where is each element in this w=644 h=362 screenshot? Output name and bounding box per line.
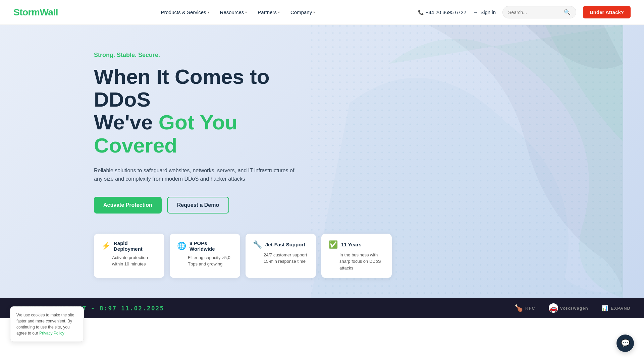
main-nav: Products & Services ▾ Resources ▾ Partne…	[161, 9, 315, 15]
feature-title: Jet-Fast Support	[265, 242, 305, 247]
feature-card-support: 🔧 Jet-Fast Support 24/7 customer support…	[246, 234, 316, 278]
feature-card-header: 🔧 Jet-Fast Support	[253, 240, 309, 249]
request-demo-button[interactable]: Request a Demo	[167, 197, 229, 214]
feature-cards: ⚡ Rapid Deployment Activate protection w…	[94, 234, 322, 278]
signin-button[interactable]: → Sign in	[473, 9, 496, 15]
logo-part2: Wall	[40, 7, 58, 17]
kfc-label: KFC	[525, 306, 535, 311]
signin-label: Sign in	[480, 9, 496, 15]
nav-resources[interactable]: Resources ▾	[220, 9, 247, 15]
under-attack-button[interactable]: Under Attack?	[583, 6, 631, 18]
hero-title: When It Comes to DDoS We've Got You Cove…	[94, 65, 322, 157]
partner-kfc: 🍗 KFC	[515, 304, 535, 312]
chevron-down-icon: ▾	[208, 10, 209, 14]
cookie-text: We use cookies to make the site faster a…	[16, 313, 74, 318]
feature-card-years: ✅ 11 Years In the business with sharp fo…	[321, 234, 392, 278]
hero-buttons: Activate Protection Request a Demo	[94, 197, 322, 214]
years-icon: ✅	[329, 240, 338, 249]
pops-worldwide-icon: 🌐	[177, 242, 186, 250]
chevron-down-icon: ▾	[313, 10, 315, 14]
phone-icon: 📞	[418, 10, 424, 15]
feature-card-pops: 🌐 8 POPs Worldwide Filtering capacity >5…	[170, 234, 240, 278]
feature-title: Rapid Deployment	[114, 240, 157, 252]
vw-icon: 🚗	[549, 303, 558, 313]
expand-icon: 📊	[602, 305, 609, 311]
hero-title-line1: When It Comes to DDoS	[94, 65, 270, 111]
nav-company[interactable]: Company ▾	[290, 9, 315, 15]
nav-partners[interactable]: Partners ▾	[258, 9, 280, 15]
header-right: 📞 +44 20 3695 6722 → Sign in 🔍 Under Att…	[418, 6, 631, 18]
bottom-bar: IPZWHOIS SNAPSHOT - 8:97 11.02.2025 🍗 KF…	[0, 298, 644, 318]
feature-desc: In the business with sharp focus on DDoS…	[329, 252, 384, 272]
hero-tagline: Strong. Stable. Secure.	[94, 52, 322, 59]
feature-title: 8 POPs Worldwide	[190, 240, 233, 252]
hero-title-line2-regular: We've	[94, 111, 159, 134]
signin-icon: →	[473, 9, 478, 15]
cookie-banner: We use cookies to make the site faster a…	[10, 306, 84, 318]
kfc-icon: 🍗	[515, 304, 523, 312]
vw-label: Volkswagen	[560, 306, 588, 311]
chevron-down-icon: ▾	[278, 10, 280, 14]
hero-description: Reliable solutions to safeguard websites…	[94, 166, 295, 183]
header: StormWall Products & Services ▾ Resource…	[0, 0, 644, 25]
partner-expand: 📊 EXPAND	[602, 305, 631, 311]
logo[interactable]: StormWall	[13, 7, 58, 18]
search-bar: 🔍	[502, 6, 576, 18]
feature-card-header: ⚡ Rapid Deployment	[101, 240, 157, 252]
partner-volkswagen: 🚗 Volkswagen	[549, 303, 588, 313]
feature-card-header: 🌐 8 POPs Worldwide	[177, 240, 233, 252]
feature-desc: Filtering capacity >5,0 Tbps and growing	[177, 254, 233, 267]
rapid-deployment-icon: ⚡	[101, 242, 110, 250]
phone-number: +44 20 3695 6722	[426, 9, 466, 15]
feature-card-header: ✅ 11 Years	[329, 240, 384, 249]
activate-protection-button[interactable]: Activate Protection	[94, 197, 162, 214]
jet-fast-support-icon: 🔧	[253, 240, 262, 249]
hero-content: Strong. Stable. Secure. When It Comes to…	[94, 52, 322, 278]
feature-card-rapid-deployment: ⚡ Rapid Deployment Activate protection w…	[94, 234, 164, 278]
search-input[interactable]	[508, 10, 561, 15]
feature-desc: 24/7 customer support 15-min response ti…	[253, 252, 309, 265]
phone-link[interactable]: 📞 +44 20 3695 6722	[418, 9, 466, 15]
feature-title: 11 Years	[341, 242, 362, 247]
hero-section: Strong. Stable. Secure. When It Comes to…	[0, 25, 644, 298]
search-icon[interactable]: 🔍	[564, 9, 571, 15]
partner-logos: 🍗 KFC 🚗 Volkswagen 📊 EXPAND	[515, 303, 631, 313]
feature-desc: Activate protection within 10 minutes	[101, 254, 157, 267]
expand-label: EXPAND	[611, 306, 631, 311]
logo-part1: Storm	[13, 7, 40, 17]
nav-products-services[interactable]: Products & Services ▾	[161, 9, 209, 15]
chevron-down-icon: ▾	[245, 10, 247, 14]
